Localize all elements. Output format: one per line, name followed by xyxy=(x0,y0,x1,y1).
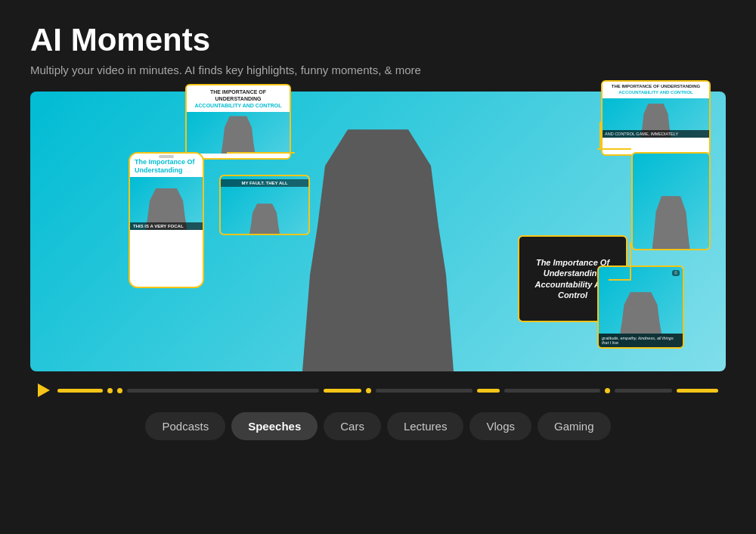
header: AI Moments Multiply your video in minute… xyxy=(30,23,726,76)
tab-gaming[interactable]: Gaming xyxy=(538,412,611,440)
card-phone: The Importance Of Understanding THIS IS … xyxy=(129,152,204,288)
card-mid-right-upper xyxy=(631,152,711,250)
connector-line-2 xyxy=(227,152,295,154)
progress-dot-3 xyxy=(366,388,371,393)
page-container: AI Moments Multiply your video in minute… xyxy=(0,0,756,534)
tab-navigation: Podcasts Speeches Cars Lectures Vlogs Ga… xyxy=(30,412,726,440)
tab-podcasts[interactable]: Podcasts xyxy=(145,412,225,440)
card1-subtitle: ACCOUNTABILITY AND CONTROL xyxy=(191,102,285,109)
video-section: THE IMPORTANCE OF UNDERSTANDING ACCOUNTA… xyxy=(30,92,726,519)
progress-dot-2 xyxy=(117,388,122,393)
progress-seg-2[interactable] xyxy=(324,389,361,393)
phone-video: THIS IS A VERY FOCAL xyxy=(130,177,203,230)
video-controls xyxy=(30,383,726,397)
progress-seg-1[interactable] xyxy=(57,389,103,393)
progress-dot-4 xyxy=(605,388,610,393)
tab-speeches[interactable]: Speeches xyxy=(231,412,318,440)
page-subtitle: Multiply your video in minutes. AI finds… xyxy=(30,64,726,76)
tab-cars[interactable]: Cars xyxy=(324,412,381,440)
progress-gap-2 xyxy=(376,389,472,393)
progress-seg-4[interactable] xyxy=(677,389,718,393)
card-center-left: MY FAULT. THEY ALL xyxy=(219,175,310,235)
phone-bottom: THIS IS A VERY FOCAL xyxy=(130,222,203,230)
main-video-container: THE IMPORTANCE OF UNDERSTANDING ACCOUNTA… xyxy=(30,92,726,371)
card-top-center: THE IMPORTANCE OF UNDERSTANDING ACCOUNTA… xyxy=(185,84,291,160)
card-mr2-bottom: gratitude, empathy, kindness, all things… xyxy=(599,334,683,347)
play-button[interactable] xyxy=(38,383,50,397)
progress-gap-3 xyxy=(504,389,600,393)
card3-text: MY FAULT. THEY ALL xyxy=(221,179,308,187)
progress-gap-1 xyxy=(127,389,319,393)
page-title: AI Moments xyxy=(30,23,726,57)
connector-line-4 xyxy=(597,148,631,150)
progress-gap-4 xyxy=(615,389,672,393)
tab-lectures[interactable]: Lectures xyxy=(387,412,464,440)
connector-line-5 xyxy=(630,243,631,281)
card-top-right: THE IMPORTANCE OF UNDERSTANDING ACCOUNTA… xyxy=(601,80,711,156)
progress-dot-1 xyxy=(107,388,113,393)
progress-seg-3[interactable] xyxy=(477,389,500,393)
connector-line-1 xyxy=(290,122,291,152)
card-tr-subtitle: ACCOUNTABILITY AND CONTROL xyxy=(606,90,705,96)
card1-title: THE IMPORTANCE OF UNDERSTANDING xyxy=(191,88,285,102)
card-tr-title: THE IMPORTANCE OF UNDERSTANDING xyxy=(606,84,705,90)
card-tr-bottom: AND CONTROL GAME, IMMEDIATELY xyxy=(603,130,709,138)
tab-vlogs[interactable]: Vlogs xyxy=(469,412,531,440)
connector-line-3 xyxy=(600,122,601,148)
connector-line-6 xyxy=(609,279,631,281)
card-bottom-right: gratitude, empathy, kindness, all things… xyxy=(597,265,684,349)
